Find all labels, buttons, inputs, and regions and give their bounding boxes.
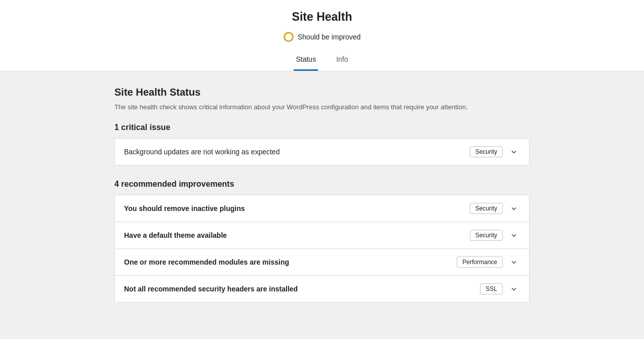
issue-tag: SSL xyxy=(480,283,503,294)
expand-button[interactable] xyxy=(508,202,520,215)
issue-label: Background updates are not working as ex… xyxy=(124,148,279,156)
chevron-down-icon xyxy=(510,231,518,239)
status-indicator: Should be improved xyxy=(284,32,361,42)
page-title: Site Health xyxy=(0,10,644,24)
table-row: Not all recommended security headers are… xyxy=(115,276,529,302)
status-text: Should be improved xyxy=(298,33,361,41)
expand-button[interactable] xyxy=(508,283,520,295)
tab-status[interactable]: Status xyxy=(294,51,318,71)
chevron-down-icon xyxy=(510,148,518,156)
expand-button[interactable] xyxy=(508,256,520,268)
table-row: One or more recommended modules are miss… xyxy=(115,249,529,276)
issue-label: You should remove inactive plugins xyxy=(124,204,245,213)
section-title: Site Health Status xyxy=(114,87,530,98)
top-bar: Site Health Should be improved Status In… xyxy=(0,0,644,71)
tabs-nav: Status Info xyxy=(0,51,644,71)
issue-tag: Security xyxy=(470,230,503,241)
chevron-down-icon xyxy=(510,285,518,293)
issue-right: SSL xyxy=(480,283,520,295)
tab-info[interactable]: Info xyxy=(334,51,350,71)
issue-right: Security xyxy=(470,202,520,215)
issue-tag: Security xyxy=(470,146,503,157)
issue-label: One or more recommended modules are miss… xyxy=(124,258,289,266)
recommended-issues-list: You should remove inactive plugins Secur… xyxy=(114,195,530,303)
issue-right: Security xyxy=(470,229,520,241)
issue-tag: Security xyxy=(470,203,503,214)
issue-tag: Performance xyxy=(457,257,503,268)
critical-heading: 1 critical issue xyxy=(114,123,530,132)
main-content: Site Health Status The site health check… xyxy=(104,71,540,332)
issue-label: Have a default theme available xyxy=(124,231,227,239)
recommended-heading: 4 recommended improvements xyxy=(114,180,530,189)
expand-button[interactable] xyxy=(508,146,520,158)
status-circle-icon xyxy=(284,32,294,42)
table-row: Background updates are not working as ex… xyxy=(115,139,529,165)
table-row: Have a default theme available Security xyxy=(115,222,529,249)
issue-right: Security xyxy=(470,146,520,158)
section-desc: The site health check shows critical inf… xyxy=(114,103,530,111)
chevron-down-icon xyxy=(510,204,518,213)
issue-right: Performance xyxy=(457,256,520,268)
chevron-down-icon xyxy=(510,258,518,266)
table-row: You should remove inactive plugins Secur… xyxy=(115,195,529,222)
critical-issues-list: Background updates are not working as ex… xyxy=(114,138,530,165)
expand-button[interactable] xyxy=(508,229,520,241)
issue-label: Not all recommended security headers are… xyxy=(124,285,298,293)
